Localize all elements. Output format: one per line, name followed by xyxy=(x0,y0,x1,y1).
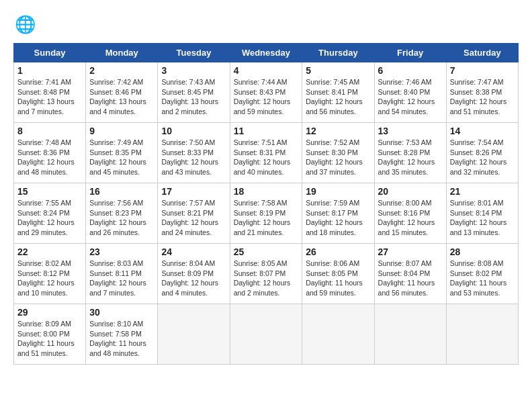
day-info: Sunrise: 7:57 AMSunset: 8:21 PMDaylight:… xyxy=(161,198,226,238)
calendar-header-row: SundayMondayTuesdayWednesdayThursdayFrid… xyxy=(14,44,519,62)
day-number: 29 xyxy=(17,307,82,318)
calendar-cell: 29Sunrise: 8:09 AMSunset: 8:00 PMDayligh… xyxy=(14,304,86,365)
calendar-cell xyxy=(446,304,518,365)
day-number: 10 xyxy=(161,126,226,136)
calendar-cell: 4Sunrise: 7:44 AMSunset: 8:43 PMDaylight… xyxy=(230,62,302,123)
calendar-cell: 20Sunrise: 8:00 AMSunset: 8:16 PMDayligh… xyxy=(374,183,446,244)
day-info: Sunrise: 7:56 AMSunset: 8:23 PMDaylight:… xyxy=(89,198,154,238)
day-info: Sunrise: 8:07 AMSunset: 8:04 PMDaylight:… xyxy=(378,259,443,298)
week-row-4: 22Sunrise: 8:02 AMSunset: 8:12 PMDayligh… xyxy=(14,244,519,304)
day-info: Sunrise: 7:45 AMSunset: 8:41 PMDaylight:… xyxy=(306,77,370,117)
day-number: 17 xyxy=(161,186,226,197)
calendar-cell: 23Sunrise: 8:03 AMSunset: 8:11 PMDayligh… xyxy=(86,244,158,304)
day-number: 30 xyxy=(89,307,154,318)
calendar-cell: 2Sunrise: 7:42 AMSunset: 8:46 PMDaylight… xyxy=(86,62,158,123)
day-info: Sunrise: 7:58 AMSunset: 8:19 PMDaylight:… xyxy=(234,198,299,238)
day-number: 16 xyxy=(89,186,154,197)
day-number: 11 xyxy=(234,126,299,136)
day-info: Sunrise: 7:55 AMSunset: 8:24 PMDaylight:… xyxy=(17,198,82,238)
day-info: Sunrise: 7:44 AMSunset: 8:43 PMDaylight:… xyxy=(234,77,299,117)
day-info: Sunrise: 8:09 AMSunset: 8:00 PMDaylight:… xyxy=(17,319,82,359)
logo: 🌐 xyxy=(13,13,39,38)
calendar-cell: 25Sunrise: 8:05 AMSunset: 8:07 PMDayligh… xyxy=(230,244,302,304)
calendar-cell: 1Sunrise: 7:41 AMSunset: 8:48 PMDaylight… xyxy=(14,62,86,123)
day-number: 1 xyxy=(17,65,82,76)
day-number: 20 xyxy=(378,186,443,197)
day-number: 9 xyxy=(89,126,154,136)
day-number: 28 xyxy=(450,246,515,257)
day-number: 7 xyxy=(450,65,515,76)
day-number: 15 xyxy=(17,186,82,197)
day-info: Sunrise: 8:02 AMSunset: 8:12 PMDaylight:… xyxy=(17,259,82,298)
day-header-tuesday: Tuesday xyxy=(158,44,230,62)
day-number: 23 xyxy=(89,246,154,257)
calendar-cell: 26Sunrise: 8:06 AMSunset: 8:05 PMDayligh… xyxy=(302,244,374,304)
logo-icon: 🌐 xyxy=(13,13,38,38)
day-number: 4 xyxy=(234,65,299,76)
day-number: 27 xyxy=(378,246,443,257)
calendar-cell: 7Sunrise: 7:47 AMSunset: 8:38 PMDaylight… xyxy=(446,62,518,123)
day-header-saturday: Saturday xyxy=(446,44,518,62)
day-info: Sunrise: 8:08 AMSunset: 8:02 PMDaylight:… xyxy=(450,259,515,298)
calendar-cell xyxy=(230,304,302,365)
day-number: 18 xyxy=(234,186,299,197)
calendar-cell: 6Sunrise: 7:46 AMSunset: 8:40 PMDaylight… xyxy=(374,62,446,123)
day-number: 25 xyxy=(234,246,299,257)
day-info: Sunrise: 7:49 AMSunset: 8:35 PMDaylight:… xyxy=(89,138,154,177)
week-row-5: 29Sunrise: 8:09 AMSunset: 8:00 PMDayligh… xyxy=(14,304,519,365)
calendar-cell: 19Sunrise: 7:59 AMSunset: 8:17 PMDayligh… xyxy=(302,183,374,244)
day-info: Sunrise: 7:46 AMSunset: 8:40 PMDaylight:… xyxy=(378,77,443,117)
day-info: Sunrise: 8:04 AMSunset: 8:09 PMDaylight:… xyxy=(161,259,226,298)
day-number: 6 xyxy=(378,65,443,76)
calendar-cell: 13Sunrise: 7:53 AMSunset: 8:28 PMDayligh… xyxy=(374,123,446,183)
day-info: Sunrise: 8:00 AMSunset: 8:16 PMDaylight:… xyxy=(378,198,443,238)
day-info: Sunrise: 8:06 AMSunset: 8:05 PMDaylight:… xyxy=(306,259,370,298)
svg-text:🌐: 🌐 xyxy=(15,14,36,35)
calendar-cell: 17Sunrise: 7:57 AMSunset: 8:21 PMDayligh… xyxy=(158,183,230,244)
calendar-cell: 22Sunrise: 8:02 AMSunset: 8:12 PMDayligh… xyxy=(14,244,86,304)
calendar-cell: 12Sunrise: 7:52 AMSunset: 8:30 PMDayligh… xyxy=(302,123,374,183)
calendar-cell xyxy=(374,304,446,365)
day-info: Sunrise: 7:50 AMSunset: 8:33 PMDaylight:… xyxy=(161,138,226,177)
calendar-cell: 28Sunrise: 8:08 AMSunset: 8:02 PMDayligh… xyxy=(446,244,518,304)
week-row-3: 15Sunrise: 7:55 AMSunset: 8:24 PMDayligh… xyxy=(14,183,519,244)
day-header-monday: Monday xyxy=(86,44,158,62)
day-info: Sunrise: 8:01 AMSunset: 8:14 PMDaylight:… xyxy=(450,198,515,238)
calendar-cell: 14Sunrise: 7:54 AMSunset: 8:26 PMDayligh… xyxy=(446,123,518,183)
day-info: Sunrise: 7:41 AMSunset: 8:48 PMDaylight:… xyxy=(17,77,82,117)
calendar-cell: 11Sunrise: 7:51 AMSunset: 8:31 PMDayligh… xyxy=(230,123,302,183)
day-header-friday: Friday xyxy=(374,44,446,62)
day-number: 19 xyxy=(306,186,370,197)
day-info: Sunrise: 7:54 AMSunset: 8:26 PMDaylight:… xyxy=(450,138,515,177)
day-header-wednesday: Wednesday xyxy=(230,44,302,62)
day-number: 5 xyxy=(306,65,370,76)
calendar-cell: 30Sunrise: 8:10 AMSunset: 7:58 PMDayligh… xyxy=(86,304,158,365)
day-info: Sunrise: 8:10 AMSunset: 7:58 PMDaylight:… xyxy=(89,319,154,359)
calendar-cell xyxy=(158,304,230,365)
day-number: 22 xyxy=(17,246,82,257)
calendar-cell: 5Sunrise: 7:45 AMSunset: 8:41 PMDaylight… xyxy=(302,62,374,123)
day-info: Sunrise: 8:03 AMSunset: 8:11 PMDaylight:… xyxy=(89,259,154,298)
calendar-cell: 10Sunrise: 7:50 AMSunset: 8:33 PMDayligh… xyxy=(158,123,230,183)
day-header-sunday: Sunday xyxy=(14,44,86,62)
day-number: 3 xyxy=(161,65,226,76)
day-number: 14 xyxy=(450,126,515,136)
day-number: 24 xyxy=(161,246,226,257)
day-info: Sunrise: 7:48 AMSunset: 8:36 PMDaylight:… xyxy=(17,138,82,177)
day-number: 8 xyxy=(17,126,82,136)
day-number: 13 xyxy=(378,126,443,136)
day-info: Sunrise: 7:52 AMSunset: 8:30 PMDaylight:… xyxy=(306,138,370,177)
day-number: 21 xyxy=(450,186,515,197)
day-info: Sunrise: 7:53 AMSunset: 8:28 PMDaylight:… xyxy=(378,138,443,177)
day-info: Sunrise: 7:42 AMSunset: 8:46 PMDaylight:… xyxy=(89,77,154,117)
calendar-cell: 3Sunrise: 7:43 AMSunset: 8:45 PMDaylight… xyxy=(158,62,230,123)
calendar-table: SundayMondayTuesdayWednesdayThursdayFrid… xyxy=(13,43,519,365)
day-number: 12 xyxy=(306,126,370,136)
calendar-cell: 18Sunrise: 7:58 AMSunset: 8:19 PMDayligh… xyxy=(230,183,302,244)
day-info: Sunrise: 8:05 AMSunset: 8:07 PMDaylight:… xyxy=(234,259,299,298)
calendar-cell: 8Sunrise: 7:48 AMSunset: 8:36 PMDaylight… xyxy=(14,123,86,183)
day-info: Sunrise: 7:59 AMSunset: 8:17 PMDaylight:… xyxy=(306,198,370,238)
page-header: 🌐 xyxy=(13,13,519,38)
week-row-2: 8Sunrise: 7:48 AMSunset: 8:36 PMDaylight… xyxy=(14,123,519,183)
calendar-cell: 15Sunrise: 7:55 AMSunset: 8:24 PMDayligh… xyxy=(14,183,86,244)
